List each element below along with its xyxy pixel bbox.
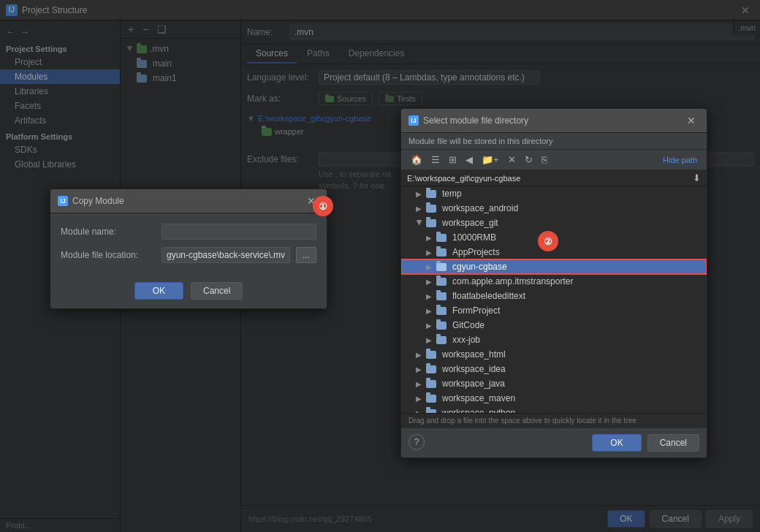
- file-dialog-title: Select module file directory: [423, 115, 528, 126]
- copy-module-body: Module name: Module file location: ...: [50, 213, 327, 278]
- folder-icon: [426, 409, 436, 414]
- tree-item-label: workspace_python: [442, 408, 515, 413]
- tree-item-workspace-python[interactable]: ▶ workspace_python: [401, 406, 707, 413]
- expand-arrow: ▶: [416, 219, 424, 227]
- tree-item-floatlabeled[interactable]: ▶ floatlabelededittext: [401, 289, 707, 303]
- copy-module-cancel-button[interactable]: Cancel: [191, 282, 243, 300]
- file-dialog-subtitle: Module file will be stored in this direc…: [401, 133, 707, 150]
- tree-item-gitcode[interactable]: ▶ GitCode: [401, 318, 707, 332]
- copy-module-ok-button[interactable]: OK: [134, 282, 183, 300]
- folder-icon: [426, 205, 436, 213]
- folder-icon: [426, 351, 436, 359]
- copy-path-button[interactable]: ⎘: [538, 153, 551, 167]
- folder-icon: [426, 365, 436, 373]
- folder-icon: [436, 263, 446, 271]
- expand-arrow: ▶: [416, 205, 423, 213]
- tree-item-label: workspace_java: [442, 379, 505, 389]
- list-view-button[interactable]: ☰: [428, 153, 444, 167]
- tree-item-cgyun-cgbase[interactable]: ▶ cgyun-cgbase: [401, 259, 707, 274]
- hide-path-button[interactable]: Hide path: [659, 154, 701, 166]
- file-path-text: E:\workspace_git\cgyun-cgbase: [407, 174, 688, 183]
- copy-module-dialog: IJ Copy Module ✕ Module name: Module fil…: [50, 189, 327, 309]
- tree-item-label: workspace_idea: [442, 364, 506, 374]
- copy-module-title: Copy Module: [72, 196, 124, 206]
- tree-item-label: workspace_git: [442, 218, 498, 228]
- folder-icon: [426, 190, 436, 198]
- tree-item-workspace-maven[interactable]: ▶ workspace_maven: [401, 391, 707, 406]
- tree-item-10000rmb[interactable]: ▶ 10000RMB: [401, 230, 707, 245]
- folder-icon: [436, 278, 446, 286]
- expand-arrow: ▶: [416, 365, 423, 373]
- expand-arrow: ▶: [416, 190, 423, 198]
- expand-arrow: ▶: [416, 351, 423, 359]
- folder-icon: [426, 219, 436, 227]
- tree-item-label: com.apple.amp.itmstransporter: [452, 276, 573, 286]
- tree-item-workspace-idea[interactable]: ▶ workspace_idea: [401, 362, 707, 376]
- folder-icon: [436, 336, 446, 344]
- module-name-input[interactable]: [162, 224, 316, 240]
- help-button[interactable]: ?: [408, 434, 425, 450]
- file-dialog-bottom: ? OK Cancel: [401, 428, 707, 457]
- download-icon[interactable]: ⬇: [693, 172, 701, 183]
- grid-view-button[interactable]: ⊞: [445, 153, 460, 167]
- tree-item-label: 10000RMB: [452, 232, 496, 243]
- module-file-location-field: Module file location: ...: [61, 247, 316, 263]
- refresh-button[interactable]: ↻: [521, 153, 536, 167]
- file-dialog-ok-button[interactable]: OK: [592, 434, 641, 452]
- copy-module-title-bar: IJ Copy Module ✕: [50, 189, 327, 213]
- copy-module-icon: IJ: [58, 196, 68, 206]
- tree-item-workspace-git[interactable]: ▶ workspace_git: [401, 216, 707, 230]
- tree-item-label: workspace_maven: [442, 393, 515, 403]
- tree-item-workspace-java[interactable]: ▶ workspace_java: [401, 376, 707, 391]
- file-dialog: IJ Select module file directory ✕ Module…: [400, 108, 707, 458]
- copy-module-actions: OK Cancel: [50, 278, 327, 308]
- tree-item-label: workspace_android: [442, 203, 518, 213]
- tree-item-temp[interactable]: ▶ temp: [401, 186, 707, 201]
- module-name-field: Module name:: [61, 224, 316, 240]
- file-dialog-cancel-button[interactable]: Cancel: [647, 434, 699, 452]
- copy-module-title-left: IJ Copy Module: [58, 196, 124, 206]
- tree-item-label: temp: [442, 189, 462, 199]
- expand-arrow: ▶: [426, 234, 433, 242]
- file-dialog-title-left: IJ Select module file directory: [408, 115, 528, 126]
- tree-item-workspace-android[interactable]: ▶ workspace_android: [401, 201, 707, 216]
- file-dialog-close[interactable]: ✕: [683, 113, 699, 128]
- expand-arrow: ▶: [416, 380, 423, 388]
- tree-item-label: xxx-job: [452, 335, 480, 345]
- tree-item-label: workspace_html: [442, 349, 506, 360]
- file-path-bar: E:\workspace_git\cgyun-cgbase ⬇: [401, 170, 707, 186]
- module-file-location-input[interactable]: [162, 247, 290, 263]
- delete-button[interactable]: ✕: [504, 153, 520, 167]
- expand-arrow: ▶: [416, 395, 423, 403]
- expand-arrow: ▶: [426, 278, 433, 286]
- tree-item-label: FormProject: [452, 305, 500, 316]
- copy-module-close[interactable]: ✕: [303, 194, 319, 208]
- file-dialog-icon: IJ: [408, 115, 419, 126]
- expand-arrow: ▶: [426, 263, 433, 271]
- browse-button[interactable]: ...: [296, 247, 316, 263]
- tree-item-workspace-html[interactable]: ▶ workspace_html: [401, 347, 707, 362]
- nav-button[interactable]: ◀: [462, 153, 476, 167]
- tree-item-formproject[interactable]: ▶ FormProject: [401, 303, 707, 318]
- folder-icon: [436, 307, 446, 315]
- home-button[interactable]: 🏠: [407, 153, 426, 167]
- tree-item-label: GitCode: [452, 320, 484, 330]
- expand-arrow: ▶: [416, 409, 423, 414]
- tree-item-itmstransporter[interactable]: ▶ com.apple.amp.itmstransporter: [401, 274, 707, 289]
- folder-icon: [426, 380, 436, 388]
- expand-arrow: ▶: [426, 248, 433, 256]
- folder-icon: [436, 234, 446, 242]
- file-dialog-toolbar: 🏠 ☰ ⊞ ◀ 📁+ ✕ ↻ ⎘ Hide path: [401, 150, 707, 170]
- tree-item-xxx-job[interactable]: ▶ xxx-job: [401, 332, 707, 347]
- tree-item-label: AppProjects: [452, 247, 500, 257]
- tree-item-label: cgyun-cgbase: [452, 262, 507, 272]
- folder-icon: [426, 395, 436, 403]
- file-tree: ▶ temp ▶ workspace_android ▶ workspace_g…: [401, 186, 707, 413]
- expand-arrow: ▶: [426, 292, 433, 300]
- module-file-location-label: Module file location:: [61, 250, 156, 260]
- tree-item-appprojects[interactable]: ▶ AppProjects: [401, 245, 707, 259]
- tree-item-label: floatlabelededittext: [452, 291, 525, 301]
- new-folder-button[interactable]: 📁+: [478, 153, 503, 167]
- folder-icon: [436, 248, 446, 256]
- folder-icon: [436, 292, 446, 300]
